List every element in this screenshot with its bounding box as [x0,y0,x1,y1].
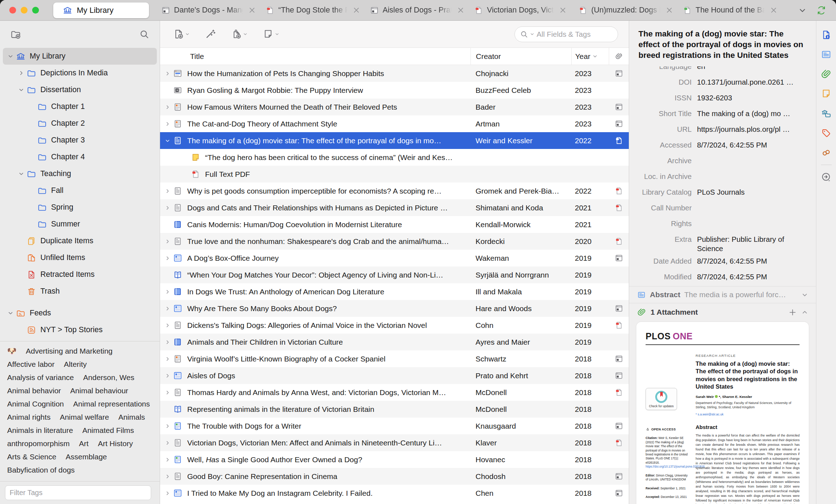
close-window-button[interactable] [9,7,16,14]
field-value[interactable]: 8/7/2024, 6:42:55 PM [697,256,816,269]
sidebar-item-retracted-items[interactable]: Retracted Items [3,266,157,283]
sidebar-item-feeds[interactable]: Feeds [3,305,157,321]
field-value[interactable] [697,156,816,169]
pane-tab-info[interactable] [817,25,836,45]
table-row[interactable]: The making of a (dog) movie star: The ef… [160,132,629,149]
table-row[interactable]: In Dogs We Trust: An Anthology of Americ… [160,283,629,300]
close-icon[interactable] [769,5,778,15]
pane-tab-abstract[interactable] [817,45,836,64]
field-value[interactable]: Publisher: Public Library of Science [697,235,816,253]
chevron-right-icon[interactable] [163,356,172,362]
collection-search-button[interactable] [139,29,150,40]
tag-item[interactable]: Anderson, Wes [83,374,134,381]
close-icon[interactable] [247,5,257,15]
chevron-down-icon[interactable] [6,53,15,59]
tag-item[interactable]: Animal behavior [7,387,61,395]
field-value[interactable]: https://journals.plos.org/pl … [697,125,816,137]
chevron-right-icon[interactable] [163,205,172,211]
chevron-right-icon[interactable] [163,239,172,244]
field-value[interactable]: 8/7/2024, 6:42:55 PM [697,140,816,153]
tag-item[interactable]: Analysis of variance [7,374,74,381]
sidebar-item-chapter-3[interactable]: Chapter 3 [3,132,157,149]
tag-item[interactable]: Art History [98,440,133,448]
chevron-right-icon[interactable] [163,104,172,110]
chevron-right-icon[interactable] [163,71,172,76]
tab-victorian-dogs-vict[interactable]: Victorian Dogs, Vict [470,5,574,15]
search-icon[interactable] [520,30,528,39]
sidebar-item-duplicate-items[interactable]: Duplicate Items [3,233,157,249]
chevron-right-icon[interactable] [16,70,26,76]
field-value[interactable]: 1932-6203 [697,93,816,106]
sidebar-item-nyt-top-stories[interactable]: NYT > Top Stories [3,321,157,338]
field-value[interactable]: The making of a (dog) mo … [697,109,816,121]
table-row[interactable]: A Dog’s Box-Office JourneyWakeman2019 [160,250,629,266]
close-icon[interactable] [456,5,466,15]
sidebar-item-trash[interactable]: Trash [3,283,157,300]
tab-overflow-button[interactable] [798,6,807,15]
table-row[interactable]: “When Your Dog Matches Your Decor”: Obje… [160,266,629,283]
chevron-right-icon[interactable] [163,121,172,127]
pane-tab-notes[interactable] [817,84,836,104]
chevron-right-icon[interactable] [163,255,172,261]
tag-item[interactable]: anthropomorphism [7,440,70,448]
chevron-right-icon[interactable] [163,323,172,328]
chevron-right-icon[interactable] [163,440,172,446]
add-by-identifier-button[interactable] [203,26,218,42]
table-row[interactable]: Victorian Dogs, Victorian Men: Affect an… [160,434,629,451]
table-row[interactable]: Why is pet goods consumption imperceptib… [160,183,629,199]
tag-item[interactable]: Animal behaviour [70,387,128,395]
chevron-right-icon[interactable] [163,188,172,194]
add-attachment-button[interactable] [229,26,250,42]
tag-item[interactable]: Advertising and Marketing [26,347,113,355]
sync-button[interactable] [816,5,827,16]
table-row[interactable]: The Cat-and-Dog Theory of Attachment Sty… [160,115,629,132]
table-row[interactable]: Representing animals in the literature o… [160,401,629,418]
column-header-title[interactable]: Title [160,52,471,61]
sidebar-item-chapter-4[interactable]: Chapter 4 [3,149,157,165]
chevron-right-icon[interactable] [163,339,172,345]
abstract-section-row[interactable]: Abstract The media is a powerful forc… [629,286,816,303]
add-attachment-icon[interactable] [788,308,797,317]
chevron-right-icon[interactable] [163,490,172,496]
chevron-right-icon[interactable] [163,289,172,295]
new-item-button[interactable] [171,26,192,42]
sidebar-item-spring[interactable]: Spring [3,199,157,216]
sidebar-item-dissertation[interactable]: Dissertation [3,81,157,98]
chevron-down-icon[interactable] [6,310,15,316]
tab-the-hound-of-the-ba[interactable]: The Hound of the Ba [678,5,783,15]
pane-tab-tags[interactable] [817,123,836,143]
chevron-right-icon[interactable] [163,373,172,379]
search-scope-chevron-icon[interactable] [530,32,534,36]
chevron-down-icon[interactable] [163,138,172,144]
chevron-right-icon[interactable] [163,390,172,395]
sidebar-item-summer[interactable]: Summer [3,216,157,233]
tab-un-muzzled-dogs-i[interactable]: (Un)muzzled: Dogs i [574,5,678,15]
table-row[interactable]: Virginia Woolf’s Little-Known Biography … [160,350,629,367]
chevron-down-icon[interactable] [16,171,26,177]
sidebar-item-unfiled-items[interactable]: Unfiled Items [3,249,157,266]
field-value[interactable] [697,172,816,184]
sidebar-item-chapter-1[interactable]: Chapter 1 [3,98,157,115]
table-row[interactable]: I Tried to Make My Dog an Instagram Cele… [160,485,629,501]
tab-the-dog-stole-the-p[interactable]: “The Dog Stole the P [261,5,365,15]
chevron-down-icon[interactable] [801,291,808,298]
search-input[interactable] [536,30,613,39]
sidebar-item-depictions-in-media[interactable]: Depictions In Media [3,65,157,81]
tab-dante-s-dogs-mang[interactable]: Dante’s Dogs - Mang [157,5,261,15]
tag-item[interactable]: Arts & Science [7,453,56,461]
table-row[interactable]: How the Humanization of Pets Is Changing… [160,65,629,82]
tag-item[interactable]: Animals in literature [7,426,73,434]
minimize-window-button[interactable] [21,7,28,14]
table-row[interactable]: Thomas Hardy and Animals by Anna West, a… [160,384,629,401]
new-note-button[interactable] [260,26,282,42]
table-row[interactable]: Aisles of DogsPrato and Kehrt2018 [160,367,629,384]
table-row[interactable]: The Trouble with Dogs for a WriterKnausg… [160,418,629,434]
tag-item[interactable]: Animal Cognition [7,400,64,408]
attachments-section-header[interactable]: 1 Attachment [629,303,816,321]
tag-filter-input[interactable] [5,485,151,500]
tag-item[interactable]: Animal representations [73,400,150,408]
tag-item[interactable]: Babyfication of dogs [7,466,75,474]
column-header-attachment[interactable] [609,48,629,65]
child-item-row[interactable]: “The dog hero has been critical to the s… [160,149,629,166]
tag-item[interactable]: Animals [118,413,145,421]
